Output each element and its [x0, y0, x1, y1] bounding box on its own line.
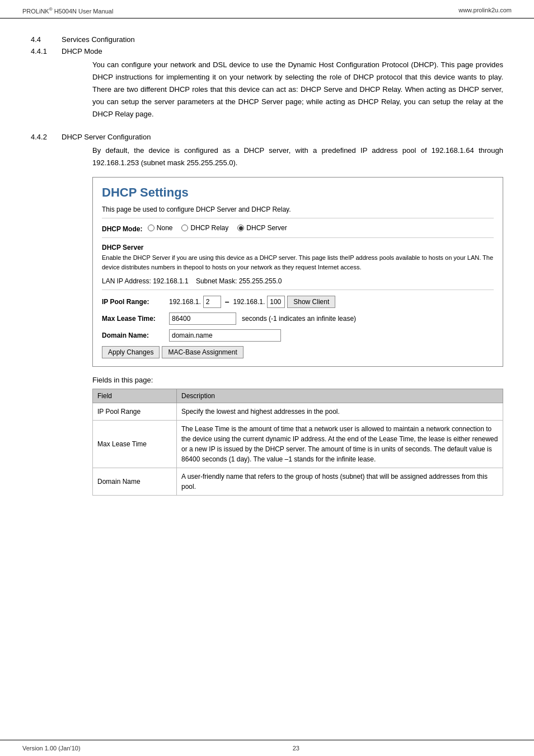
form-section: IP Pool Range: 192.168.1. – 192.168.1. S… [102, 296, 494, 358]
header-right: www.prolink2u.com [458, 7, 512, 15]
table-row: Max Lease TimeThe Lease Time is the amou… [93, 421, 503, 468]
brand-suffix: H5004N User Manual [53, 8, 114, 15]
col-description: Description [177, 389, 503, 403]
radio-none[interactable]: None [148, 224, 173, 232]
col-field: Field [93, 389, 177, 403]
dhcp-mode-label: DHCP Mode: [102, 225, 142, 233]
table-row: Domain NameA user-friendly name that ref… [93, 468, 503, 496]
ip-pool-row: IP Pool Range: 192.168.1. – 192.168.1. S… [102, 296, 494, 308]
button-row: Apply Changes MAC-Base Assignment [102, 346, 494, 358]
radio-circle-relay[interactable] [181, 225, 188, 231]
radio-label-none: None [157, 224, 173, 232]
footer: Version 1.00 (Jan'10) 23 [0, 740, 534, 756]
ip-pool-start-input[interactable] [203, 296, 221, 308]
main-content: 4.4 Services Configuration 4.4.1 DHCP Mo… [0, 18, 534, 740]
radio-dhcp-server[interactable]: DHCP Server [237, 224, 287, 232]
max-lease-label: Max Lease Time: [102, 315, 169, 323]
brand-name: PROLiNK [22, 8, 49, 15]
footer-version: Version 1.00 (Jan'10) [22, 745, 81, 752]
mac-base-assignment-button[interactable]: MAC-Base Assignment [162, 346, 243, 358]
ip-range-dash: – [225, 297, 229, 306]
ip-pool-field: 192.168.1. – 192.168.1. Show Client [169, 296, 335, 308]
section-441-body: You can configure your network and DSL d… [92, 59, 503, 120]
subnet-label: Subnet Mask: [196, 277, 237, 285]
dhcp-server-title: DHCP Server [102, 244, 494, 251]
radio-label-server: DHCP Server [246, 224, 287, 232]
section-44-number: 4.4 [31, 35, 62, 44]
apply-changes-button[interactable]: Apply Changes [102, 346, 160, 358]
section-442-body: By default, the device is configured as … [92, 144, 503, 496]
dhcp-description: This page be used to configure DHCP Serv… [102, 206, 494, 218]
subnet-value: 255.255.255.0 [239, 277, 282, 285]
section-441-title: DHCP Mode [62, 47, 503, 55]
dhcp-mode-row: DHCP Mode: None DHCP Relay DHCP Serve [102, 224, 494, 238]
header: PROLiNK® H5004N User Manual www.prolink2… [0, 0, 534, 18]
max-lease-input[interactable] [169, 312, 236, 325]
domain-name-input[interactable] [169, 329, 281, 342]
table-row: IP Pool RangeSpecify the lowest and high… [93, 403, 503, 421]
section-442-title: DHCP Server Configuration [62, 133, 503, 141]
section-44: 4.4 Services Configuration [31, 35, 503, 44]
dhcp-box-title: DHCP Settings [102, 185, 494, 200]
section-44-title: Services Configuration [62, 35, 503, 44]
radio-circle-server[interactable] [237, 225, 244, 231]
dhcp-settings-box: DHCP Settings This page be used to confi… [92, 177, 503, 367]
domain-name-row: Domain Name: [102, 329, 494, 342]
table-cell-description: The Lease Time is the amount of time tha… [177, 421, 503, 468]
lan-ip-row: LAN IP Address: 192.168.1.1 Subnet Mask:… [102, 277, 494, 290]
fields-table-header: Field Description [93, 389, 503, 403]
table-cell-description: A user-friendly name that refers to the … [177, 468, 503, 496]
fields-section: Fields in this page: Field Description I… [92, 376, 503, 496]
footer-page: 23 [293, 745, 299, 752]
radio-dhcp-relay[interactable]: DHCP Relay [181, 224, 228, 232]
lan-ip-value: 192.168.1.1 [153, 277, 188, 285]
table-cell-field: IP Pool Range [93, 403, 177, 421]
max-lease-row: Max Lease Time: seconds (-1 indicates an… [102, 312, 494, 325]
show-client-button[interactable]: Show Client [287, 296, 335, 308]
section-442-number: 4.4.2 [31, 133, 62, 141]
radio-label-relay: DHCP Relay [190, 224, 228, 232]
fields-table: Field Description IP Pool RangeSpecify t… [92, 389, 503, 496]
ip-pool-label: IP Pool Range: [102, 298, 169, 306]
dhcp-mode-radio-group: None DHCP Relay DHCP Server [148, 224, 287, 232]
ip-pool-end-input[interactable] [267, 296, 285, 308]
dhcp-server-desc: Enable the DHCP Server if you are using … [102, 253, 494, 272]
lan-ip-label: LAN IP Address: [102, 277, 151, 285]
ip-pool-start-prefix: 192.168.1. [169, 298, 201, 306]
max-lease-suffix: seconds (-1 indicates an infinite lease) [242, 315, 356, 323]
max-lease-field: seconds (-1 indicates an infinite lease) [169, 312, 356, 325]
section-441-number: 4.4.1 [31, 47, 62, 55]
domain-name-label: Domain Name: [102, 332, 169, 339]
header-left: PROLiNK® H5004N User Manual [22, 7, 113, 15]
section-441-header: 4.4.1 DHCP Mode [31, 47, 503, 55]
radio-circle-none[interactable] [148, 225, 154, 231]
table-cell-field: Domain Name [93, 468, 177, 496]
table-cell-field: Max Lease Time [93, 421, 177, 468]
table-cell-description: Specify the lowest and highest addresses… [177, 403, 503, 421]
dhcp-server-section: DHCP Server Enable the DHCP Server if yo… [102, 244, 494, 272]
ip-pool-end-prefix: 192.168.1. [233, 298, 265, 306]
section-442-header: 4.4.2 DHCP Server Configuration [31, 133, 503, 141]
domain-name-field [169, 329, 281, 342]
fields-title: Fields in this page: [92, 376, 503, 384]
page: PROLiNK® H5004N User Manual www.prolink2… [0, 0, 534, 756]
